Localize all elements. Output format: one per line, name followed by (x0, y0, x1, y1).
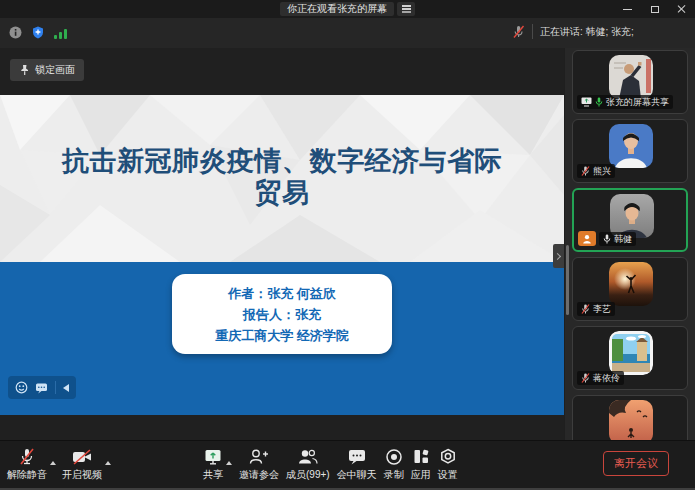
participants-sidebar: 张充的屏幕共享 熊兴 韩健 (565, 48, 695, 440)
participant-chip: 张充的屏幕共享 (577, 95, 673, 109)
maximize-icon (651, 6, 659, 13)
divider (532, 24, 533, 39)
minimize-icon (623, 9, 632, 10)
participant-tile[interactable]: 李艺 (572, 257, 688, 321)
avatar-liyi (609, 262, 653, 306)
statusbar: 正在讲话: 韩健; 张充; (0, 18, 695, 48)
pin-icon (19, 64, 30, 76)
record-button[interactable]: 录制 (384, 448, 404, 482)
slide-title-area: 抗击新冠肺炎疫情、数字经济与省际贸易 (0, 95, 564, 262)
mic-muted-icon (581, 304, 590, 314)
mic-muted-icon (512, 25, 525, 39)
invite-button[interactable]: 邀请参会 (239, 448, 279, 482)
share-screen-label: 共享 (203, 468, 223, 482)
camera-off-icon (71, 448, 93, 466)
collapse-left-icon[interactable] (63, 384, 69, 392)
mic-on-icon (595, 97, 603, 107)
settings-label: 设置 (438, 468, 458, 482)
reaction-toolbar (8, 376, 76, 399)
author-box: 作者：张充 何益欣 报告人：张充 重庆工商大学 经济学院 (172, 274, 392, 354)
close-button[interactable] (668, 0, 695, 18)
participant-tile[interactable]: 熊兴 (572, 119, 688, 183)
sidebar-collapse-tab[interactable] (553, 244, 564, 268)
participant-chip: 蒋依伶 (577, 371, 624, 385)
record-icon (385, 448, 403, 466)
share-screen-icon (203, 448, 223, 466)
network-signal-icon (54, 29, 67, 39)
start-video-button[interactable]: 开启视频 (62, 448, 102, 482)
chevron-right-icon (554, 252, 561, 259)
members-button[interactable]: 成员(99+) (286, 448, 330, 482)
unmute-button[interactable]: 解除静音 (7, 448, 47, 482)
emoji-icon[interactable] (15, 381, 28, 394)
share-screen-button[interactable]: 共享 (203, 448, 223, 482)
video-options-caret[interactable] (105, 461, 111, 465)
participant-tile-screen-share[interactable]: 张充的屏幕共享 (572, 50, 688, 114)
maximize-button[interactable] (641, 0, 668, 18)
share-options-caret[interactable] (226, 461, 232, 465)
avatar-xiongxing (609, 124, 653, 168)
participant-tile[interactable] (572, 395, 688, 440)
start-video-label: 开启视频 (62, 468, 102, 482)
apps-icon (412, 448, 430, 466)
minimize-button[interactable] (614, 0, 641, 18)
screen-share-icon (581, 97, 592, 107)
mic-muted-icon (581, 373, 590, 383)
invite-icon (248, 448, 270, 466)
participant-name: 蒋依伶 (593, 372, 620, 385)
leave-meeting-button[interactable]: 离开会议 (603, 451, 669, 476)
mic-on-icon (603, 234, 611, 244)
view-menu-button[interactable] (397, 2, 415, 16)
members-icon (297, 448, 319, 466)
meeting-window: 你正在观看张充的屏幕 正在讲话: 韩健; 张充; 锁定画面 (0, 0, 695, 490)
host-badge-icon (578, 231, 596, 246)
pin-view-label: 锁定画面 (35, 63, 75, 77)
presenter-line: 报告人：张充 (172, 304, 392, 325)
chat-icon (347, 448, 367, 466)
avatar-jiangyiling (609, 331, 653, 375)
settings-gear-icon (439, 448, 457, 466)
participant-tile[interactable]: 蒋依伶 (572, 326, 688, 390)
titlebar: 你正在观看张充的屏幕 (0, 0, 695, 18)
mic-muted-icon (581, 166, 590, 176)
meeting-info-icon[interactable] (9, 26, 22, 39)
meeting-toolbar: 解除静音 开启视频 共享 邀请参 (0, 440, 695, 488)
apps-label: 应用 (411, 468, 431, 482)
presentation-slide: 抗击新冠肺炎疫情、数字经济与省际贸易 作者：张充 何益欣 报告人：张充 重庆工商… (0, 95, 564, 415)
slide-footer-area: 作者：张充 何益欣 报告人：张充 重庆工商大学 经济学院 (0, 262, 564, 415)
divider (55, 381, 56, 394)
pin-view-button[interactable]: 锁定画面 (10, 59, 84, 81)
slide-title: 抗击新冠肺炎疫情、数字经济与省际贸易 (62, 145, 502, 209)
mic-muted-icon (17, 448, 37, 466)
participant-name: 韩健 (614, 233, 632, 246)
close-icon (677, 4, 687, 14)
shared-screen-stage: 锁定画面 抗击新冠肺炎疫情、数字经济与省际贸易 作者：张充 何益欣 报告 (0, 48, 564, 440)
participant-name: 李艺 (593, 303, 611, 316)
chat-label: 会中聊天 (337, 468, 377, 482)
avatar-zhangchong-share (609, 55, 653, 99)
settings-button[interactable]: 设置 (438, 448, 458, 482)
record-label: 录制 (384, 468, 404, 482)
watching-title: 你正在观看张充的屏幕 (280, 2, 394, 16)
sidebar-scrollbar[interactable] (566, 245, 569, 315)
speaking-status: 正在讲话: 韩健; 张充; (540, 25, 634, 39)
participant-name: 熊兴 (593, 165, 611, 178)
participant-name: 张充的屏幕共享 (606, 96, 669, 109)
participant-chip: 韩健 (599, 232, 636, 246)
chat-bubble-icon[interactable] (35, 381, 48, 394)
participant-chip: 李艺 (577, 302, 615, 316)
invite-label: 邀请参会 (239, 468, 279, 482)
avatar-sunset-tree (609, 400, 653, 440)
members-label: 成员(99+) (286, 468, 330, 482)
author-line: 作者：张充 何益欣 (172, 283, 392, 304)
chat-button[interactable]: 会中聊天 (337, 448, 377, 482)
apps-button[interactable]: 应用 (411, 448, 431, 482)
security-shield-icon[interactable] (32, 26, 44, 39)
participant-chip: 熊兴 (577, 164, 615, 178)
mic-options-caret[interactable] (50, 461, 56, 465)
participant-tile-speaking[interactable]: 韩健 (572, 188, 688, 252)
hamburger-icon (402, 5, 411, 7)
affiliation-line: 重庆工商大学 经济学院 (172, 325, 392, 346)
unmute-label: 解除静音 (7, 468, 47, 482)
